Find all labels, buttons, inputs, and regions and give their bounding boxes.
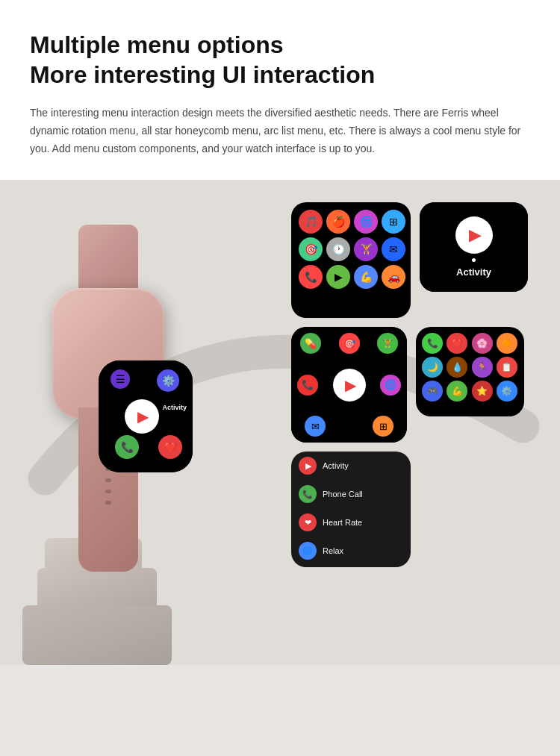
grid-icon-dumbbell: 💪 bbox=[354, 265, 378, 289]
panel-row-1: 🎵 🍎 🌀 ⊞ 🎯 🕐 🏋 ✉ 📞 ▶ 💪 🚗 bbox=[291, 202, 545, 318]
cg-controller: 🎮 bbox=[422, 381, 443, 402]
grid-icon-barbell: 🏋 bbox=[354, 237, 378, 261]
grid-icon-play: ▶ bbox=[326, 265, 350, 289]
grid-icon-car: 🚗 bbox=[382, 265, 405, 289]
cg-list: 📋 bbox=[497, 357, 517, 378]
grid-icon-target: 🎯 bbox=[299, 237, 323, 261]
arc-panel-content: 🎯 🏋 🌀 ⊞ ✉ 📞 💊 ▶ bbox=[291, 327, 407, 443]
list-icon-relax: 🌀 bbox=[299, 542, 317, 560]
grid-icon-music: 🎵 bbox=[299, 210, 323, 234]
list-label-relax: Relax bbox=[323, 546, 343, 555]
band-hole-8 bbox=[105, 501, 111, 504]
screen-content: ⚙️ ☰ ▶ Activity 📞 ❤️ bbox=[99, 360, 193, 472]
activity-play-icon: ▶ bbox=[455, 216, 493, 254]
list-label-activity: Activity bbox=[323, 461, 349, 470]
list-icon-phone: 📞 bbox=[299, 485, 317, 503]
main-title: Multiple menu options More interesting U… bbox=[30, 30, 530, 90]
cg-heart: ❤️ bbox=[447, 333, 467, 354]
icon-grid-top: 🎵 🍎 🌀 ⊞ 🎯 🕐 🏋 ✉ 📞 ▶ 💪 🚗 bbox=[291, 202, 411, 296]
description-text: The interesting menu interaction design … bbox=[30, 104, 530, 157]
grid-icon-pinwheel: 🌀 bbox=[354, 210, 378, 234]
header-section: Multiple menu options More interesting U… bbox=[0, 0, 560, 180]
cg-orange: 🔶 bbox=[497, 333, 517, 354]
grid-icon-phone: 📞 bbox=[299, 265, 323, 289]
activity-label-watch: Activity bbox=[162, 404, 187, 411]
arc-center-icon: ▶ bbox=[333, 369, 366, 402]
grid-icon-clock: 🕐 bbox=[326, 237, 350, 261]
list-icon-activity: ▶ bbox=[299, 457, 317, 475]
list-item-phone: 📞 Phone Call bbox=[291, 480, 411, 508]
cg-extra1: ⭐ bbox=[472, 381, 493, 402]
list-label-phone: Phone Call bbox=[323, 490, 363, 499]
color-grid-content: 📞 ❤️ 🌸 🔶 🌙 💧 🏃 📋 🎮 💪 ⭐ ⚙️ bbox=[416, 327, 524, 407]
activity-panel-content: ▶ Activity bbox=[420, 202, 528, 292]
watch-screen: ⚙️ ☰ ▶ Activity 📞 ❤️ bbox=[99, 360, 193, 472]
menu-watch-icon: ☰ bbox=[111, 369, 130, 389]
arc-icon-top-left: 💊 bbox=[300, 333, 321, 354]
cg-dumbbell2: 💪 bbox=[447, 381, 467, 402]
color-grid-panel: 📞 ❤️ 🌸 🔶 🌙 💧 🏃 📋 🎮 💪 ⭐ ⚙️ bbox=[416, 327, 524, 416]
arc-icon-left: 📞 bbox=[297, 375, 318, 396]
arc-icon-right: 🌀 bbox=[380, 375, 401, 396]
cg-activity2: 🏃 bbox=[472, 357, 493, 378]
arc-menu-panel: 🎯 🏋 🌀 ⊞ ✉ 📞 💊 ▶ bbox=[291, 327, 407, 443]
activity-panel-title: Activity bbox=[456, 266, 491, 278]
list-item-relax: 🌀 Relax bbox=[291, 537, 411, 565]
cg-phone: 📞 bbox=[422, 333, 443, 354]
band-hole-7 bbox=[105, 490, 111, 493]
grid-icon-envelope: ✉ bbox=[382, 237, 405, 261]
page-container: Multiple menu options More interesting U… bbox=[0, 0, 560, 756]
list-item-activity: ▶ Activity bbox=[291, 452, 411, 480]
phone-watch-icon: 📞 bbox=[115, 435, 139, 459]
settings-watch-icon: ⚙️ bbox=[157, 369, 179, 392]
arc-icon-bottom-right: ⊞ bbox=[373, 416, 393, 437]
panel-row-3: ▶ Activity 📞 Phone Call ❤ bbox=[291, 452, 545, 567]
arc-icon-top-right: 🏋 bbox=[377, 333, 398, 354]
arc-icon-bottom-left: ✉ bbox=[305, 416, 326, 437]
heart-watch-icon: ❤️ bbox=[158, 435, 182, 459]
activity-indicator-dot bbox=[472, 258, 476, 262]
grid-icon-red: 🍎 bbox=[326, 210, 350, 234]
play-watch-icon: ▶ bbox=[125, 399, 159, 434]
honeycomb-panel: 🎵 🍎 🌀 ⊞ 🎯 🕐 🏋 ✉ 📞 ▶ 💪 🚗 bbox=[291, 202, 411, 318]
cg-pinwheel: 🌸 bbox=[472, 333, 493, 354]
stone-bottom bbox=[22, 605, 172, 665]
list-icon-heart: ❤ bbox=[299, 513, 317, 531]
arc-icon-top: 🎯 bbox=[339, 333, 360, 354]
activity-panel: ▶ Activity bbox=[420, 202, 528, 292]
cg-moon: 🌙 bbox=[422, 357, 443, 378]
panels-container: 🎵 🍎 🌀 ⊞ 🎯 🕐 🏋 ✉ 📞 ▶ 💪 🚗 bbox=[291, 202, 545, 576]
list-label-heart: Heart Rate bbox=[323, 518, 362, 527]
list-panel: ▶ Activity 📞 Phone Call ❤ bbox=[291, 452, 411, 567]
band-hole-6 bbox=[105, 478, 111, 482]
watch-body: ⚙️ ☰ ▶ Activity 📞 ❤️ bbox=[52, 288, 164, 419]
watch-section: ⚙️ ☰ ▶ Activity 📞 ❤️ bbox=[0, 180, 560, 665]
list-item-heart: ❤ Heart Rate bbox=[291, 508, 411, 537]
panel-row-2: 🎯 🏋 🌀 ⊞ ✉ 📞 💊 ▶ bbox=[291, 327, 545, 443]
grid-icon-qr: ⊞ bbox=[382, 210, 405, 234]
cg-extra2: ⚙️ bbox=[497, 381, 517, 402]
cg-droplet: 💧 bbox=[447, 357, 467, 378]
watch-display: ⚙️ ☰ ▶ Activity 📞 ❤️ bbox=[15, 225, 239, 613]
